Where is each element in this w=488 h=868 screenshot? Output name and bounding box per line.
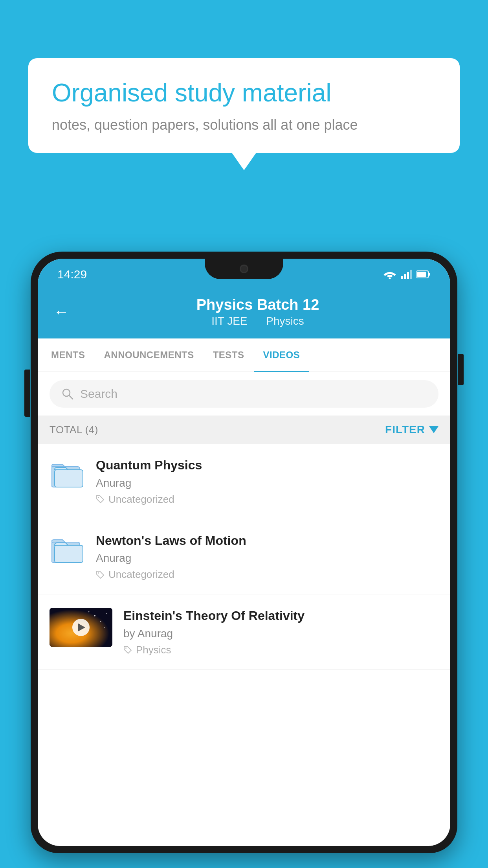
video-list: Quantum Physics Anurag Uncategorized (38, 444, 450, 670)
video-tag-text: Uncategorized (108, 493, 174, 506)
svg-point-18 (100, 621, 101, 622)
app-header: ← Physics Batch 12 IIT JEE Physics (38, 287, 450, 338)
tag-icon (96, 570, 105, 579)
video-tag-text: Uncategorized (108, 568, 174, 581)
video-title: Newton's Laws of Motion (96, 533, 438, 549)
svg-rect-7 (428, 273, 430, 276)
battery-icon (416, 270, 431, 279)
filter-label: FILTER (385, 423, 425, 436)
search-input-wrap[interactable]: Search (50, 380, 438, 408)
header-text: Physics Batch 12 IIT JEE Physics (81, 296, 435, 327)
svg-point-20 (88, 611, 90, 612)
tab-ments[interactable]: MENTS (42, 338, 95, 371)
svg-point-22 (125, 647, 127, 649)
svg-point-15 (98, 572, 99, 574)
svg-point-12 (98, 497, 99, 498)
total-count: TOTAL (4) (50, 424, 98, 436)
video-item[interactable]: Einstein's Theory Of Relativity by Anura… (38, 594, 450, 670)
svg-rect-3 (407, 272, 409, 279)
video-item[interactable]: Quantum Physics Anurag Uncategorized (38, 444, 450, 519)
tab-videos[interactable]: VIDEOS (254, 338, 310, 371)
svg-rect-6 (417, 272, 426, 277)
folder-icon (50, 457, 85, 493)
header-title: Physics Batch 12 (81, 296, 435, 313)
search-bar: Search (38, 372, 450, 416)
tab-tests[interactable]: TESTS (204, 338, 254, 371)
video-thumbnail (50, 608, 112, 647)
video-tag-text: Physics (136, 644, 171, 656)
speech-bubble: Organised study material notes, question… (28, 58, 460, 153)
video-item[interactable]: Newton's Laws of Motion Anurag Uncategor… (38, 519, 450, 595)
header-subtitle-iitjee: IIT JEE (211, 315, 247, 327)
play-button[interactable] (72, 619, 90, 636)
video-tag: Physics (123, 644, 438, 656)
tag-icon (123, 645, 132, 654)
svg-rect-2 (404, 274, 406, 279)
speech-bubble-title: Organised study material (52, 78, 436, 108)
header-subtitle: IIT JEE Physics (81, 315, 435, 327)
filter-icon (429, 426, 438, 433)
tag-icon (96, 495, 105, 504)
svg-line-9 (69, 395, 73, 399)
svg-rect-14 (55, 545, 83, 563)
video-tag: Uncategorized (96, 568, 438, 581)
filter-bar: TOTAL (4) FILTER (38, 416, 450, 444)
video-author: Anurag (96, 552, 438, 565)
thumbnail-bg (50, 608, 112, 647)
video-tag: Uncategorized (96, 493, 438, 506)
camera (240, 265, 248, 273)
video-author: by Anurag (123, 627, 438, 640)
tab-announcements[interactable]: ANNOUNCEMENTS (95, 338, 204, 371)
svg-rect-1 (401, 276, 403, 279)
svg-point-0 (389, 278, 391, 280)
svg-rect-4 (410, 270, 412, 279)
video-info: Einstein's Theory Of Relativity by Anura… (123, 608, 438, 656)
play-icon (78, 623, 85, 631)
speech-bubble-container: Organised study material notes, question… (28, 58, 460, 153)
tabs-bar: MENTS ANNOUNCEMENTS TESTS VIDEOS (38, 338, 450, 372)
search-icon (61, 388, 74, 400)
phone-wrapper: 14:29 (31, 252, 457, 868)
phone-outer: 14:29 (31, 252, 457, 853)
filter-button[interactable]: FILTER (385, 423, 438, 436)
status-icons (383, 270, 431, 279)
folder-icon (50, 533, 85, 568)
video-author: Anurag (96, 477, 438, 489)
video-title: Quantum Physics (96, 457, 438, 474)
svg-rect-11 (55, 470, 83, 487)
search-placeholder: Search (80, 387, 117, 401)
video-info: Quantum Physics Anurag Uncategorized (96, 457, 438, 506)
signal-icon (401, 270, 412, 279)
video-info: Newton's Laws of Motion Anurag Uncategor… (96, 533, 438, 581)
svg-point-17 (94, 615, 95, 616)
phone-notch (205, 259, 283, 279)
svg-point-21 (104, 627, 105, 628)
wifi-icon (383, 270, 396, 279)
video-title: Einstein's Theory Of Relativity (123, 608, 438, 624)
header-subtitle-physics: Physics (266, 315, 304, 327)
back-button[interactable]: ← (53, 303, 69, 321)
speech-bubble-subtitle: notes, question papers, solutions all at… (52, 117, 436, 133)
status-time: 14:29 (57, 268, 87, 281)
svg-point-19 (106, 613, 107, 614)
phone-screen: 14:29 (38, 259, 450, 846)
